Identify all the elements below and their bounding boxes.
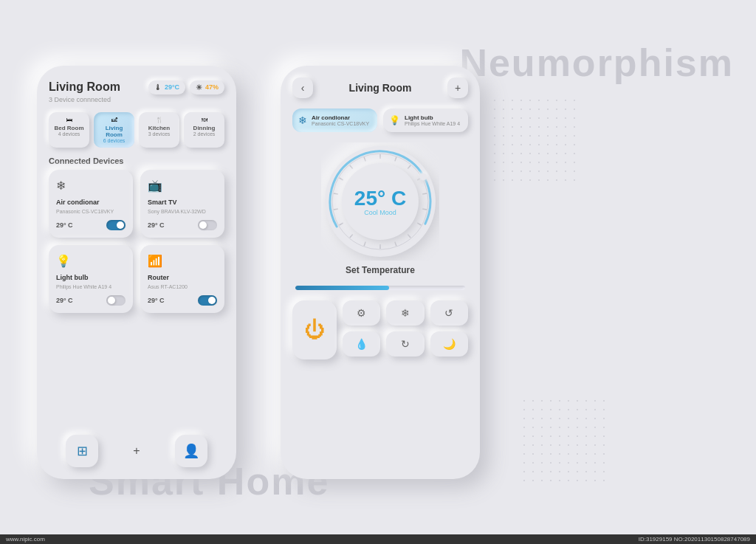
- back-button[interactable]: ‹: [292, 78, 313, 98]
- ac-tab-icon: ❄: [298, 114, 307, 126]
- water-button[interactable]: 💧: [343, 331, 380, 357]
- tab-kitchen[interactable]: 🍴 Kitchen 3 devices: [139, 112, 179, 148]
- svg-line-7: [422, 209, 427, 210]
- temp-slider-container[interactable]: [292, 286, 468, 290]
- nipic-url: www.nipic.com: [6, 536, 45, 543]
- temp-badge: 🌡 29°C: [148, 80, 185, 94]
- humid-value: 47%: [205, 83, 219, 91]
- thermometer-icon: 🌡: [154, 83, 162, 92]
- rotate-icon: ↺: [444, 307, 453, 319]
- router-toggle[interactable]: [198, 295, 217, 306]
- device-card-bulb: 💡 Light bulb Philips Hue White A19 4 29°…: [49, 245, 133, 313]
- tv-footer: 29° C: [148, 220, 217, 230]
- kitchen-count: 3 devices: [142, 131, 176, 137]
- power-icon: ⏻: [304, 317, 325, 342]
- back-icon: ‹: [301, 82, 305, 94]
- room-tabs: 🛏 Bed Room 4 devices 🛋 Living Room 6 dev…: [49, 112, 224, 148]
- add-button[interactable]: +: [447, 78, 468, 98]
- ac-tab-name: Air condionar: [312, 114, 369, 121]
- router-name: Router: [148, 274, 217, 281]
- thermostat-temp: 25° C: [354, 187, 406, 210]
- profile-nav-button[interactable]: 👤: [175, 435, 207, 467]
- controls-right: ⚙ ❄ ↺ 💧 ↻ 🌙: [343, 300, 468, 357]
- dinning-count: 2 devices: [187, 131, 221, 137]
- bulb-toggle-knob: [108, 297, 115, 304]
- device-card-ac: ❄ Air condionar Panasonic CS-VC18VKY 29°…: [49, 170, 133, 238]
- tv-model: Sony BRAVIA KLV-32WD: [148, 209, 217, 214]
- temp-value: 29°C: [165, 83, 179, 91]
- ac-tab-model: Panasonic CS-VC18VKY: [312, 121, 369, 126]
- kitchen-icon: 🍴: [142, 117, 176, 123]
- nipic-id: ID:31929159 NO:20201130150828747089: [639, 536, 750, 543]
- fan-icon: ↻: [401, 338, 410, 350]
- controls-grid: ⏻ ⚙ ❄ ↺ 💧 ↻ 🌙: [292, 300, 468, 362]
- bulb-tab-info: Light bulb Philips Hue White A19 4: [405, 114, 460, 126]
- device-selector: ❄ Air condionar Panasonic CS-VC18VKY 💡 L…: [292, 109, 468, 132]
- ac-toggle-knob: [117, 221, 124, 229]
- bulb-tab-icon: 💡: [389, 115, 400, 125]
- home-nav-button[interactable]: ⊞: [66, 435, 98, 467]
- bulb-model: Philips Hue White A19 4: [56, 284, 126, 289]
- livingroom-count: 6 devices: [97, 138, 131, 143]
- right-room-title: Living Room: [349, 82, 412, 94]
- dots-pattern-bottom-right: [520, 396, 608, 485]
- ac-name: Air condionar: [56, 199, 126, 206]
- moon-button[interactable]: 🌙: [430, 331, 468, 357]
- thermostat-circle[interactable]: 25° C Cool Mood: [321, 142, 439, 261]
- ac-toggle[interactable]: [106, 220, 126, 230]
- settings-button[interactable]: ⚙: [343, 300, 380, 326]
- add-nav-button[interactable]: +: [133, 444, 140, 458]
- left-header: Living Room 3 Device connnected 🌡 29°C ☀…: [49, 80, 224, 103]
- tv-toggle[interactable]: [198, 220, 217, 230]
- tab-livingroom[interactable]: 🛋 Living Room 6 devices: [94, 112, 134, 148]
- router-toggle-knob: [208, 297, 216, 304]
- device-tab-bulb[interactable]: 💡 Light bulb Philips Hue White A19 4: [383, 109, 468, 132]
- snowflake-button[interactable]: ❄: [386, 300, 424, 326]
- bulb-temp: 29° C: [56, 297, 73, 304]
- tv-temp: 29° C: [148, 221, 165, 229]
- ac-footer: 29° C: [56, 220, 126, 230]
- tv-toggle-knob: [199, 221, 207, 229]
- livingroom-label: Living Room: [97, 125, 131, 138]
- bulb-toggle[interactable]: [106, 295, 126, 306]
- thermostat-display: 25° C Cool Mood: [354, 187, 406, 216]
- tab-dinning[interactable]: 🍽 Dinning 2 devices: [184, 112, 224, 148]
- humid-badge: ☀ 47%: [190, 80, 224, 94]
- room-info: Living Room 3 Device connnected: [49, 80, 120, 103]
- ac-model: Panasonic CS-VC18VKY: [56, 209, 126, 214]
- device-tab-ac[interactable]: ❄ Air condionar Panasonic CS-VC18VKY: [292, 109, 377, 132]
- tv-icon: 📺: [148, 179, 217, 193]
- rotate-button[interactable]: ↺: [430, 300, 468, 326]
- devices-grid: ❄ Air condionar Panasonic CS-VC18VKY 29°…: [49, 170, 224, 313]
- bulb-tab-model: Philips Hue White A19 4: [405, 121, 460, 126]
- moon-icon: 🌙: [443, 338, 456, 350]
- svg-line-15: [334, 209, 338, 210]
- bulb-footer: 29° C: [56, 295, 126, 306]
- add-icon: +: [455, 82, 461, 94]
- power-button[interactable]: ⏻: [292, 300, 337, 359]
- connected-devices-section: Connected Devices ❄ Air condionar Panaso…: [49, 156, 224, 313]
- svg-line-16: [334, 193, 338, 193]
- ac-temp: 29° C: [56, 221, 73, 229]
- livingroom-icon: 🛋: [97, 117, 131, 123]
- user-icon: 👤: [183, 443, 199, 459]
- fan-button[interactable]: ↻: [386, 331, 424, 357]
- tab-bedroom[interactable]: 🛏 Bed Room 4 devices: [49, 112, 89, 148]
- router-model: Asus RT-AC1200: [148, 284, 217, 289]
- dinning-icon: 🍽: [187, 117, 221, 123]
- left-phone: Living Room 3 Device connnected 🌡 29°C ☀…: [37, 66, 236, 479]
- set-temp-label: Set Temperature: [346, 265, 415, 275]
- ac-tab-info: Air condionar Panasonic CS-VC18VKY: [312, 114, 369, 126]
- section-title: Connected Devices: [49, 156, 224, 165]
- ac-icon: ❄: [56, 179, 126, 193]
- bottom-nav: ⊞ + 👤: [49, 429, 224, 467]
- header-badges: 🌡 29°C ☀ 47%: [148, 80, 224, 94]
- background-text-neumorphism: Neumorphism: [459, 41, 734, 85]
- device-card-router: 📶 Router Asus RT-AC1200 29° C: [140, 245, 224, 313]
- temp-slider-fill: [295, 286, 389, 290]
- bulb-tab-name: Light bulb: [405, 114, 460, 121]
- nipic-bar: www.nipic.com ID:31929159 NO:20201130150…: [0, 534, 756, 544]
- bulb-name: Light bulb: [56, 274, 126, 281]
- dinning-label: Dinning: [187, 125, 221, 131]
- snowflake-icon: ❄: [401, 307, 410, 319]
